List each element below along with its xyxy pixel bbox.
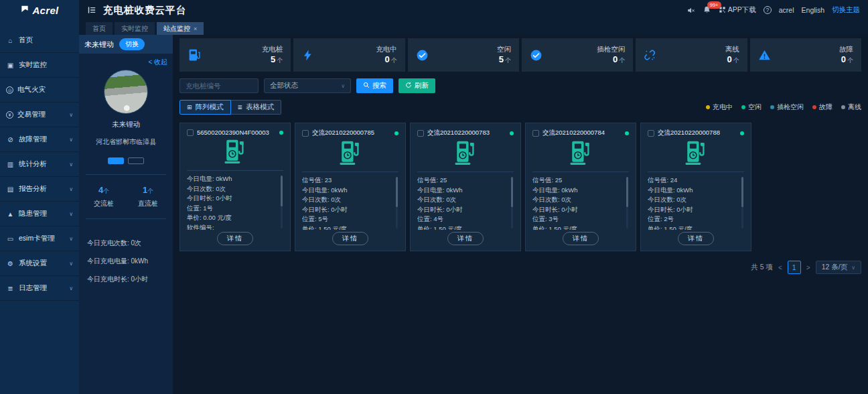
- pile-number-input[interactable]: [179, 78, 259, 93]
- detail-button[interactable]: 详情: [332, 232, 368, 245]
- status-dot-icon: [394, 131, 399, 135]
- pile-detail-list[interactable]: 信号值: 24今日电量: 0kWh今日次数: 0次今日时长: 0小时位置: 2号…: [648, 176, 744, 230]
- pile-detail-list[interactable]: 信号值: 25今日电量: 0kWh今日次数: 0次今日时长: 0小时位置: 3号…: [532, 176, 629, 230]
- sidebar-item-monitor[interactable]: ▣ 实时监控: [0, 53, 79, 78]
- pile-detail-list[interactable]: 信号值: 23今日电量: 0kWh今日次数: 0次今日时长: 0小时位置: 5号…: [302, 176, 399, 230]
- sidebar-item-hazard[interactable]: ▲ 隐患管理 ∨: [0, 202, 79, 226]
- theme-switch-link[interactable]: 切换主题: [832, 5, 860, 15]
- vehicle-type-tabs: [79, 157, 173, 164]
- warning-icon: [758, 49, 771, 62]
- language-switch[interactable]: English: [802, 6, 824, 14]
- switch-station-button[interactable]: 切换: [119, 38, 145, 50]
- app-download-button[interactable]: APP下载: [719, 5, 756, 15]
- pile-checkbox[interactable]: [187, 129, 194, 136]
- tab[interactable]: 实时监控: [115, 22, 155, 35]
- today-stat: 今日充电时长: 0小时: [87, 275, 165, 284]
- username[interactable]: acrel: [779, 6, 794, 14]
- station-strip-name: 未来锂动: [84, 40, 114, 50]
- refresh-button[interactable]: 刷新: [399, 78, 435, 93]
- pile-checkbox[interactable]: [648, 130, 654, 137]
- status-card-label: 离线: [725, 45, 739, 54]
- vehicle-tab[interactable]: [108, 157, 124, 164]
- charging-pile-icon: [302, 137, 399, 172]
- today-stat: 今日充电次数: 0次: [87, 239, 165, 248]
- detail-button[interactable]: 详情: [678, 232, 714, 245]
- filter-row: 全部状态 ∨ 搜索 刷新: [179, 78, 861, 93]
- sidebar-item-log[interactable]: ≣ 日志管理 ∨: [0, 276, 79, 301]
- check-icon: [530, 49, 542, 62]
- status-select[interactable]: 全部状态 ∨: [264, 78, 351, 93]
- sidebar-item-stats[interactable]: ▥ 统计分析 ∨: [0, 152, 79, 177]
- brand-name: Acrel: [32, 5, 58, 16]
- pile-detail-line: 位置: 2号: [648, 214, 739, 224]
- detail-button[interactable]: 详情: [563, 232, 599, 245]
- page-number-button[interactable]: 1: [788, 261, 801, 274]
- pile-card: 交流20210220000788 信号值: 24今日电量: 0kWh今日次数: …: [640, 123, 751, 251]
- pile-detail-line: 位置: 4号: [417, 214, 508, 224]
- main-content: 充电桩 5个 充电中 0个 空闲 5个 插枪空闲 0个 离线 0个 故障 0个: [173, 35, 868, 394]
- sidebar-item-transaction[interactable]: ¥ 交易管理 ∨: [0, 103, 79, 127]
- sidebar-item-esim[interactable]: ▭ esim卡管理 ∨: [0, 226, 79, 251]
- mute-speaker-icon[interactable]: [686, 6, 695, 15]
- card-scrollbar[interactable]: [511, 177, 513, 228]
- status-card-count: 0: [613, 54, 618, 64]
- status-dot-icon: [741, 105, 745, 109]
- detail-button[interactable]: 详情: [447, 232, 484, 245]
- next-page-button[interactable]: >: [806, 264, 810, 271]
- hazard-icon: ▲: [6, 210, 15, 218]
- tab[interactable]: 站点监控 ×: [157, 22, 204, 35]
- pile-detail-list[interactable]: 信号值: 25今日电量: 0kWh今日次数: 0次今日时长: 0小时位置: 4号…: [417, 176, 514, 230]
- mode-buttons: ⊞ 阵列模式 ≣ 表格模式: [179, 100, 281, 115]
- legend-item: 插枪空闲: [770, 103, 804, 112]
- pile-checkbox[interactable]: [532, 130, 539, 137]
- sidebar-item-settings[interactable]: ⚙ 系统设置 ∨: [0, 251, 79, 276]
- search-button[interactable]: 搜索: [356, 78, 393, 93]
- settings-icon: ⚙: [6, 260, 15, 267]
- close-icon[interactable]: ×: [194, 25, 197, 32]
- station-strip: 未来锂动 切换: [79, 35, 173, 54]
- mode-button[interactable]: ⊞ 阵列模式: [179, 100, 231, 115]
- sidebar-item-fire[interactable]: ◎ 电气火灾: [0, 78, 79, 103]
- pile-stat: 1个 直流桩: [138, 185, 158, 208]
- pile-detail-line: 今日电量: 0kWh: [532, 186, 624, 196]
- app-root: Acrel ⌂ 首页 ▣ 实时监控 ◎ 电气火灾 ¥ 交易管理 ∨ ⊘ 故障管理…: [0, 0, 868, 394]
- help-icon[interactable]: ?: [764, 6, 772, 14]
- collapse-link[interactable]: < 收起: [79, 54, 173, 67]
- status-dot-icon: [812, 105, 816, 109]
- chevron-down-icon: ∨: [69, 211, 73, 217]
- status-dot-icon: [770, 105, 774, 109]
- prev-page-button[interactable]: <: [778, 264, 782, 271]
- pile-detail-line: 信号值: 25: [532, 176, 624, 186]
- card-scrollbar[interactable]: [626, 177, 628, 228]
- pile-detail-line: 软件编号:: [187, 223, 278, 231]
- card-scrollbar[interactable]: [396, 177, 398, 228]
- detail-button[interactable]: 详情: [217, 232, 253, 245]
- notification-bell-icon[interactable]: 99+: [703, 5, 711, 15]
- pile-detail-list[interactable]: 今日电量: 0kWh今日次数: 0次今日时长: 0小时位置: 1号单价: 0.0…: [187, 174, 283, 230]
- sidebar-item-fault[interactable]: ⊘ 故障管理 ∨: [0, 127, 79, 152]
- content-row: 未来锂动 切换 < 收起 未来锂动 河北省邯郸市临漳县 4个 交流桩 1个 直流…: [79, 35, 868, 394]
- pile-icon: [188, 48, 202, 62]
- sidebar-item-home[interactable]: ⌂ 首页: [0, 28, 79, 53]
- card-scrollbar[interactable]: [741, 177, 743, 228]
- brand-logo[interactable]: Acrel: [0, 0, 79, 20]
- pile-detail-line: 今日时长: 0小时: [417, 205, 508, 215]
- vehicle-tab[interactable]: [128, 157, 144, 164]
- pile-detail-line: 位置: 1号: [187, 204, 278, 214]
- grid-icon: ⊞: [187, 104, 192, 111]
- page-size-select[interactable]: 12 条/页 ∨: [816, 261, 861, 274]
- tab[interactable]: 首页: [86, 22, 113, 35]
- sidebar-item-report[interactable]: ▤ 报告分析 ∨: [0, 177, 79, 202]
- mode-button[interactable]: ≣ 表格模式: [231, 100, 282, 115]
- pile-checkbox[interactable]: [417, 130, 424, 137]
- legend-item: 故障: [812, 103, 833, 112]
- card-scrollbar[interactable]: [281, 176, 283, 228]
- sidebar: Acrel ⌂ 首页 ▣ 实时监控 ◎ 电气火灾 ¥ 交易管理 ∨ ⊘ 故障管理…: [0, 0, 79, 394]
- menu-fold-icon[interactable]: [87, 5, 96, 15]
- status-legend: 充电中 空闲 插枪空闲 故障 离线: [706, 103, 861, 112]
- pile-detail-line: 今日时长: 0小时: [648, 205, 739, 215]
- pile-id: 交流20210220000783: [427, 129, 490, 137]
- station-panel: 未来锂动 切换 < 收起 未来锂动 河北省邯郸市临漳县 4个 交流桩 1个 直流…: [79, 35, 173, 394]
- sidebar-menu: ⌂ 首页 ▣ 实时监控 ◎ 电气火灾 ¥ 交易管理 ∨ ⊘ 故障管理 ∨ ▥ 统…: [0, 28, 79, 301]
- pile-checkbox[interactable]: [302, 130, 309, 137]
